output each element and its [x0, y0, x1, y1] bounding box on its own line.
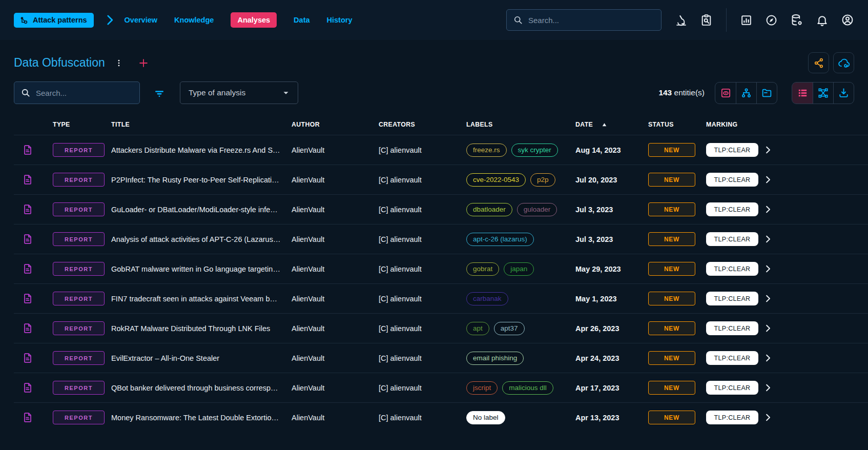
tab-data[interactable]: Data	[294, 16, 309, 24]
label-chip[interactable]: jscript	[466, 381, 498, 395]
row-chevron-right-icon[interactable]	[762, 323, 773, 334]
report-title: FIN7 tradecraft seen in attacks against …	[111, 295, 292, 303]
entity-chip-attack-patterns[interactable]: Attack patterns	[14, 13, 94, 28]
label-chip[interactable]: guloader	[517, 203, 557, 216]
label-chip[interactable]: japan	[504, 262, 534, 276]
status-badge: NEW	[648, 292, 695, 305]
label-chip[interactable]: dbatloader	[466, 203, 512, 216]
chart-icon[interactable]	[740, 14, 753, 27]
global-search-input[interactable]	[528, 16, 655, 25]
clipboard-search-icon[interactable]	[700, 14, 713, 27]
table-row[interactable]: REPORT GuLoader- or DBatLoader/ModiLoade…	[14, 194, 868, 224]
entity-tabs: Overview Knowledge Analyses Data History	[125, 12, 353, 28]
table-row[interactable]: REPORT P2PInfect: The Rusty Peer-to-Peer…	[14, 165, 868, 194]
row-chevron-right-icon[interactable]	[762, 234, 773, 244]
report-file-icon	[22, 382, 53, 394]
topbar-icon-group	[675, 8, 854, 32]
label-chip[interactable]: syk crypter	[511, 144, 558, 157]
row-chevron-right-icon[interactable]	[762, 412, 773, 423]
header-author[interactable]: AUTHOR	[292, 121, 379, 128]
label-chip[interactable]: cve-2022-0543	[466, 173, 526, 187]
header-type[interactable]: TYPE	[53, 121, 111, 128]
tab-overview[interactable]: Overview	[125, 16, 158, 24]
label-chip[interactable]: apt	[466, 322, 489, 335]
header-creators[interactable]: CREATORS	[379, 121, 466, 128]
header-date[interactable]: DATE	[575, 121, 648, 128]
table-row[interactable]: REPORT EvilExtractor – All-in-One Steale…	[14, 343, 868, 373]
table-row[interactable]: REPORT FIN7 tradecraft seen in attacks a…	[14, 283, 868, 313]
report-author: AlienVault	[292, 384, 379, 392]
table-row[interactable]: REPORT GobRAT malware written in Go lang…	[14, 254, 868, 283]
label-chip[interactable]: apt37	[494, 322, 525, 335]
breadcrumb-chevron-icon	[103, 13, 116, 27]
account-icon[interactable]	[841, 13, 854, 27]
entity-type-chip: REPORT	[53, 173, 105, 187]
label-chip[interactable]: gobrat	[466, 262, 499, 276]
report-creators: [C] alienvault	[379, 265, 466, 273]
type-select-label: Type of analysis	[189, 88, 245, 97]
report-title: RokRAT Malware Distributed Through LNK F…	[111, 324, 292, 333]
labels-cell: carbanak	[466, 292, 575, 305]
tab-knowledge[interactable]: Knowledge	[174, 16, 214, 24]
list-view-icon[interactable]	[792, 83, 813, 104]
report-file-icon	[22, 144, 53, 156]
add-icon[interactable]	[137, 56, 150, 70]
status-badge: NEW	[648, 202, 695, 216]
kebab-menu-icon[interactable]	[112, 56, 126, 70]
table-row[interactable]: REPORT Attackers Distribute Malware via …	[14, 135, 868, 165]
tab-history[interactable]: History	[327, 16, 353, 24]
row-chevron-right-icon[interactable]	[762, 293, 773, 304]
download-icon[interactable]	[833, 83, 854, 104]
search-icon	[20, 88, 31, 98]
label-chip[interactable]: freeze.rs	[466, 144, 507, 157]
threat-view-icon[interactable]	[715, 83, 736, 104]
report-file-icon	[22, 412, 53, 423]
type-of-analysis-select[interactable]: Type of analysis	[180, 81, 298, 104]
tab-analyses[interactable]: Analyses	[231, 12, 277, 28]
label-chip[interactable]: No label	[466, 411, 505, 424]
bell-icon[interactable]	[816, 14, 829, 27]
database-gear-icon[interactable]	[790, 13, 803, 27]
entity-type-chip: REPORT	[53, 143, 105, 157]
label-chip[interactable]: p2p	[530, 173, 555, 187]
graph-view-icon[interactable]	[813, 83, 833, 104]
label-chip[interactable]: email phishing	[466, 352, 524, 365]
filter-icon[interactable]	[151, 85, 168, 101]
row-chevron-right-icon[interactable]	[762, 204, 773, 215]
entity-type-chip: REPORT	[53, 381, 105, 395]
list-search-input[interactable]	[36, 89, 133, 97]
table-row[interactable]: REPORT Analysis of attack activities of …	[14, 224, 868, 254]
top-bar: Attack patterns Overview Knowledge Analy…	[0, 0, 868, 40]
folder-view-icon[interactable]	[756, 83, 777, 104]
compass-icon[interactable]	[765, 14, 778, 27]
header-marking[interactable]: MARKING	[706, 121, 762, 128]
table-row[interactable]: REPORT RokRAT Malware Distributed Throug…	[14, 313, 868, 343]
table-row[interactable]: REPORT QBot banker delivered through bus…	[14, 373, 868, 402]
tree-view-icon[interactable]	[736, 83, 756, 104]
table-row[interactable]: REPORT Money Ransomware: The Latest Doub…	[14, 402, 868, 432]
entity-type-chip: REPORT	[53, 202, 105, 216]
report-file-icon	[22, 203, 53, 215]
labels-cell: freeze.rssyk crypter	[466, 144, 575, 157]
cloud-refresh-icon[interactable]	[833, 52, 854, 73]
label-chip[interactable]: carbanak	[466, 292, 508, 305]
report-author: AlienVault	[292, 176, 379, 184]
marking-badge: TLP:CLEAR	[706, 202, 758, 216]
row-chevron-right-icon[interactable]	[762, 145, 773, 155]
row-chevron-right-icon[interactable]	[762, 382, 773, 393]
header-labels[interactable]: LABELS	[466, 121, 575, 128]
marking-badge: TLP:CLEAR	[706, 262, 758, 276]
header-status[interactable]: STATUS	[648, 121, 706, 128]
microscope-icon[interactable]	[675, 14, 688, 27]
status-badge: NEW	[648, 411, 695, 424]
share-icon[interactable]	[808, 52, 829, 73]
label-chip[interactable]: apt-c-26 (lazarus)	[466, 233, 534, 246]
row-chevron-right-icon[interactable]	[762, 353, 773, 363]
row-chevron-right-icon[interactable]	[762, 263, 773, 274]
label-chip[interactable]: malicious dll	[502, 381, 553, 395]
row-chevron-right-icon[interactable]	[762, 174, 773, 185]
labels-cell: jscriptmalicious dll	[466, 381, 575, 395]
header-title[interactable]: TITLE	[111, 121, 292, 128]
status-badge: NEW	[648, 173, 695, 187]
marking-badge: TLP:CLEAR	[706, 411, 758, 424]
